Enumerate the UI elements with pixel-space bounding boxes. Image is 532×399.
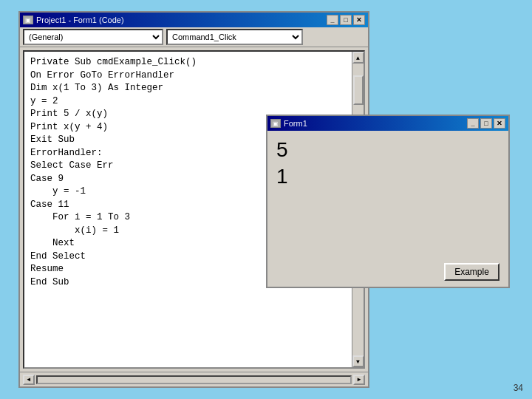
form-window-icon: ▣: [270, 119, 281, 128]
scroll-left-button[interactable]: ◄: [23, 375, 35, 385]
object-dropdown[interactable]: (General): [23, 29, 163, 45]
code-toolbar: (General) Command1_Click: [20, 27, 368, 47]
scroll-thumb[interactable]: [353, 75, 364, 105]
form-output-line2: 1: [276, 163, 499, 190]
form-output: 5 1: [276, 137, 499, 191]
form-window: ▣ Form1 _ □ ✕ 5 1 Example: [266, 115, 510, 288]
form-titlebar-controls: _ □ ✕: [467, 118, 505, 129]
form-close-button[interactable]: ✕: [494, 118, 505, 129]
form-titlebar-left: ▣ Form1: [270, 119, 307, 128]
procedure-dropdown[interactable]: Command1_Click: [166, 29, 303, 45]
titlebar-controls: _ □ ✕: [327, 15, 365, 25]
code-close-button[interactable]: ✕: [353, 15, 365, 25]
code-window-titlebar: ▣ Project1 - Form1 (Code) _ □ ✕: [20, 13, 368, 27]
form-button-area: Example: [267, 260, 508, 287]
code-minimize-button[interactable]: _: [327, 15, 338, 25]
scroll-down-button[interactable]: ▼: [352, 355, 364, 367]
form-maximize-button[interactable]: □: [480, 118, 492, 129]
page-number: 34: [514, 383, 523, 393]
scroll-right-button[interactable]: ►: [353, 375, 365, 385]
window-icon: ▣: [23, 16, 33, 24]
scroll-up-button[interactable]: ▲: [352, 52, 364, 64]
form-content: 5 1: [267, 131, 508, 260]
code-maximize-button[interactable]: □: [340, 15, 352, 25]
bottom-bar: ◄ ►: [20, 372, 368, 386]
example-button[interactable]: Example: [444, 263, 499, 281]
form-minimize-button[interactable]: _: [467, 118, 479, 129]
titlebar-left: ▣ Project1 - Form1 (Code): [23, 16, 124, 24]
form-output-line1: 5: [276, 137, 499, 163]
form-window-title: Form1: [284, 119, 307, 128]
form-titlebar: ▣ Form1 _ □ ✕: [267, 116, 508, 131]
code-window-title: Project1 - Form1 (Code): [36, 16, 124, 24]
horizontal-scrollbar[interactable]: [36, 375, 352, 384]
